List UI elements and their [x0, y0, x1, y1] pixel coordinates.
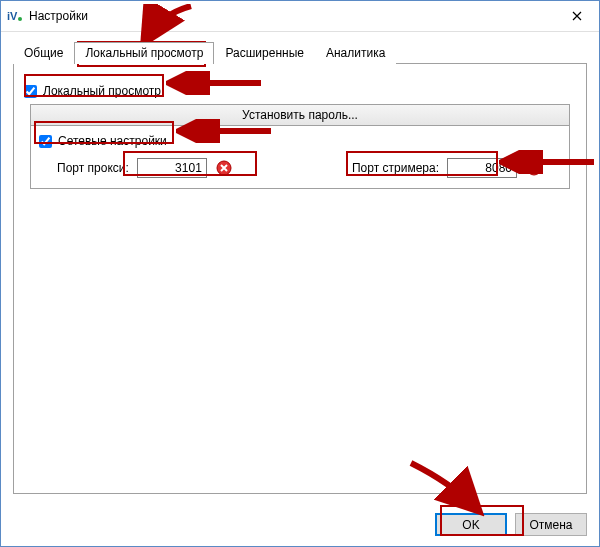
client-area: Общие Локальный просмотр Расширенные Ана… [1, 31, 599, 506]
proxy-port-label: Порт прокси: [57, 161, 129, 175]
local-view-label: Локальный просмотр [43, 84, 161, 98]
streamer-port-input[interactable] [447, 158, 517, 178]
proxy-port-input[interactable] [137, 158, 207, 178]
panel-body: Сетевые настройки Порт прокси: Порт стри… [31, 126, 569, 188]
title-bar: iV Настройки [1, 1, 599, 32]
svg-text:iV: iV [7, 10, 18, 22]
network-settings-checkbox-row: Сетевые настройки [37, 134, 563, 148]
cancel-button[interactable]: Отмена [515, 513, 587, 536]
network-settings-label: Сетевые настройки [58, 134, 167, 148]
streamer-port-label: Порт стримера: [352, 161, 439, 175]
x-circle-icon [216, 160, 232, 176]
tab-strip: Общие Локальный просмотр Расширенные Ана… [13, 41, 587, 64]
tab-advanced[interactable]: Расширенные [214, 42, 315, 64]
ok-button[interactable]: OK [435, 513, 507, 536]
settings-window: iV Настройки Общие Локальный просмотр Ра… [0, 0, 600, 547]
network-settings-checkbox[interactable] [39, 135, 52, 148]
local-view-checkbox-row: Локальный просмотр [22, 84, 578, 98]
tab-analytics[interactable]: Аналитика [315, 42, 396, 64]
svg-point-1 [18, 17, 22, 21]
tab-content: Локальный просмотр Установить пароль... … [13, 64, 587, 494]
reset-proxy-port-button[interactable] [215, 159, 233, 177]
tab-general[interactable]: Общие [13, 42, 74, 64]
set-password-button[interactable]: Установить пароль... [31, 105, 569, 126]
ports-row: Порт прокси: Порт стримера: [57, 158, 543, 178]
app-icon: iV [7, 8, 23, 24]
local-view-panel: Установить пароль... Сетевые настройки П… [30, 104, 570, 189]
tab-local-view[interactable]: Локальный просмотр [74, 42, 214, 64]
x-circle-icon [526, 160, 542, 176]
close-button[interactable] [554, 1, 599, 31]
dialog-buttons: OK Отмена [435, 513, 587, 536]
window-title: Настройки [29, 9, 554, 23]
close-icon [572, 11, 582, 21]
local-view-checkbox[interactable] [24, 85, 37, 98]
reset-streamer-port-button[interactable] [525, 159, 543, 177]
